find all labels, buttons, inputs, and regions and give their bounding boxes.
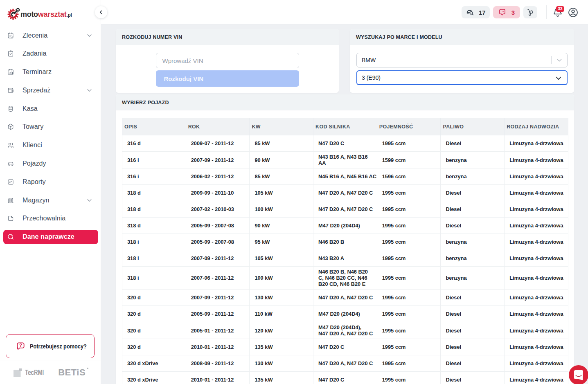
svg-text:?: ? — [19, 343, 22, 348]
